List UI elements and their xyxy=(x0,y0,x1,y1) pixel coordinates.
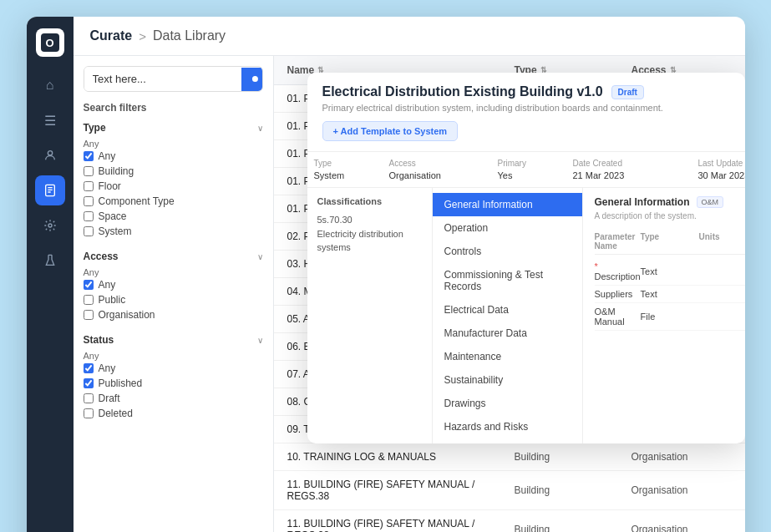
param-type: Text xyxy=(641,289,699,299)
filter-access-public-checkbox[interactable] xyxy=(84,295,94,305)
filter-access-organisation: Organisation xyxy=(84,307,263,322)
status-filter-any: Any xyxy=(84,351,263,361)
filter-access-organisation-checkbox[interactable] xyxy=(84,310,94,320)
status-filter-chevron[interactable]: ∨ xyxy=(257,336,263,345)
table-row[interactable]: 11. BUILDING (FIRE) SAFETY MANUAL / REGS… xyxy=(274,471,745,510)
access-filter-label: Access xyxy=(84,251,119,262)
home-icon[interactable]: ⌂ xyxy=(35,70,65,100)
param-type-header: Type xyxy=(641,232,699,251)
params-header: Parameter Name Type Units xyxy=(595,229,745,255)
classifications-panel: Classifications 5s.70.30 Electricity dis… xyxy=(307,188,433,443)
classification-item-1: 5s.70.30 xyxy=(317,213,422,227)
cell-name: 10. TRAINING LOG & MANUALS xyxy=(287,451,515,463)
table-row[interactable]: 11. BUILDING (FIRE) SAFETY MANUAL / REGS… xyxy=(274,510,745,532)
sidebar: O ⌂ ☰ xyxy=(27,17,74,532)
section-item[interactable]: Operation xyxy=(433,216,582,240)
sections-panel: General InformationOperationControlsComm… xyxy=(433,188,583,443)
modal-date-label: Date Created xyxy=(573,159,677,168)
modal-date-cell: Date Created 21 Mar 2023 xyxy=(566,159,683,180)
filter-type-system: System xyxy=(84,224,263,239)
list-icon[interactable]: ☰ xyxy=(35,105,65,135)
modal-header: Electrical Distribution Existing Buildin… xyxy=(307,73,745,151)
section-item[interactable]: Hazards and Risks xyxy=(433,415,582,438)
table-row[interactable]: 10. TRAINING LOG & MANUALS Building Orga… xyxy=(274,443,745,471)
cell-access: Organisation xyxy=(632,451,732,463)
search-input[interactable] xyxy=(84,67,241,91)
type-filter-chevron[interactable]: ∨ xyxy=(257,124,263,133)
app-title: Curate xyxy=(90,28,133,43)
section-item[interactable]: Controls xyxy=(433,240,582,263)
cell-name: 11. BUILDING (FIRE) SAFETY MANUAL / REGS… xyxy=(287,479,515,502)
section-item[interactable]: Drawings xyxy=(433,392,582,415)
cell-type: Building xyxy=(515,484,632,496)
access-filter-chevron[interactable]: ∨ xyxy=(257,252,263,261)
filter-type-floor-checkbox[interactable] xyxy=(84,181,94,191)
status-filter-section: Status ∨ Any Any Published Draft Deleted xyxy=(84,334,263,421)
filter-status-draft-checkbox[interactable] xyxy=(84,393,94,403)
modal-primary-label: Primary xyxy=(498,159,551,168)
access-filter-header: Access ∨ xyxy=(84,251,263,262)
param-row: O&M Manual File xyxy=(595,303,745,331)
filter-access-public: Public xyxy=(84,292,263,307)
modal-date-val: 21 Mar 2023 xyxy=(573,170,677,180)
modal-primary-val: Yes xyxy=(498,170,551,180)
section-item[interactable]: Manufacturer Data xyxy=(433,322,582,345)
filter-type-any-checkbox[interactable] xyxy=(84,151,94,161)
filter-status-published-checkbox[interactable] xyxy=(84,378,94,388)
filter-type-system-checkbox[interactable] xyxy=(84,226,94,236)
modal-info-row: Type System Access Organisation Primary … xyxy=(307,151,745,188)
modal-type-cell: Type System xyxy=(307,159,374,180)
param-name: Suppliers xyxy=(595,289,641,299)
details-badge: O&M xyxy=(697,196,724,208)
content-area: Search filters Type ∨ Any Any Building xyxy=(74,56,745,532)
modal-description: Primary electrical distribution system, … xyxy=(322,103,730,113)
param-row: Description Text xyxy=(595,258,745,286)
filter-type-space-checkbox[interactable] xyxy=(84,211,94,221)
section-item[interactable]: Commissioning & Test Records xyxy=(433,263,582,298)
section-item[interactable]: Maintenance xyxy=(433,345,582,368)
filter-access-any: Any xyxy=(84,277,263,292)
search-button[interactable] xyxy=(241,68,263,91)
add-template-button[interactable]: + Add Template to System xyxy=(322,121,459,141)
classifications-title: Classifications xyxy=(317,196,422,206)
filter-type-building-checkbox[interactable] xyxy=(84,166,94,176)
params-table: Parameter Name Type Units Description Te… xyxy=(595,229,745,331)
modal-type-val: System xyxy=(314,170,368,180)
details-header: General Information O&M xyxy=(595,196,745,208)
svg-point-0 xyxy=(48,151,52,155)
filters-title: Search filters xyxy=(84,102,263,114)
document-icon[interactable] xyxy=(35,175,65,205)
access-filter-section: Access ∨ Any Any Public Organisation xyxy=(84,251,263,322)
main-content: Curate > Data Library Search filters Typ… xyxy=(74,17,745,532)
cell-type: Building xyxy=(515,451,632,463)
right-panel: Name ⇅ Type ⇅ Access ⇅ 01. PROJECT Build… xyxy=(274,56,745,532)
type-filter-header: Type ∨ xyxy=(84,122,263,134)
param-name: Description xyxy=(595,261,641,281)
status-filter-label: Status xyxy=(84,334,114,346)
users-icon[interactable] xyxy=(35,140,65,170)
filter-status-deleted-checkbox[interactable] xyxy=(84,408,94,418)
param-units-header: Units xyxy=(699,232,745,251)
modal-primary-cell: Primary Yes xyxy=(491,159,558,180)
filter-status-any-checkbox[interactable] xyxy=(84,363,94,373)
header-separator: > xyxy=(139,29,146,43)
section-item[interactable]: Electrical Data xyxy=(433,298,582,322)
modal-access-cell: Access Organisation xyxy=(383,159,483,180)
filter-status-deleted: Deleted xyxy=(84,406,263,421)
status-filter-header: Status ∨ xyxy=(84,334,263,346)
section-item[interactable]: Sustainability xyxy=(433,368,582,392)
details-panel: General Information O&M A description of… xyxy=(583,188,745,443)
modal-body: Classifications 5s.70.30 Electricity dis… xyxy=(307,188,745,443)
cell-name: 11. BUILDING (FIRE) SAFETY MANUAL / REGS… xyxy=(287,518,515,532)
cell-access: Organisation xyxy=(632,524,732,532)
flask-icon[interactable] xyxy=(35,246,65,276)
section-item[interactable]: General Information xyxy=(433,193,582,216)
details-title: General Information xyxy=(595,196,690,208)
filter-type-component-checkbox[interactable] xyxy=(84,196,94,206)
param-type: File xyxy=(641,312,699,322)
modal-title: Electrical Distribution Existing Buildin… xyxy=(322,84,603,99)
details-description: A description of the system. xyxy=(595,211,745,220)
filter-access-any-checkbox[interactable] xyxy=(84,280,94,290)
classification-item-2: Electricity distribution systems xyxy=(317,227,422,255)
settings-icon[interactable] xyxy=(35,210,65,241)
